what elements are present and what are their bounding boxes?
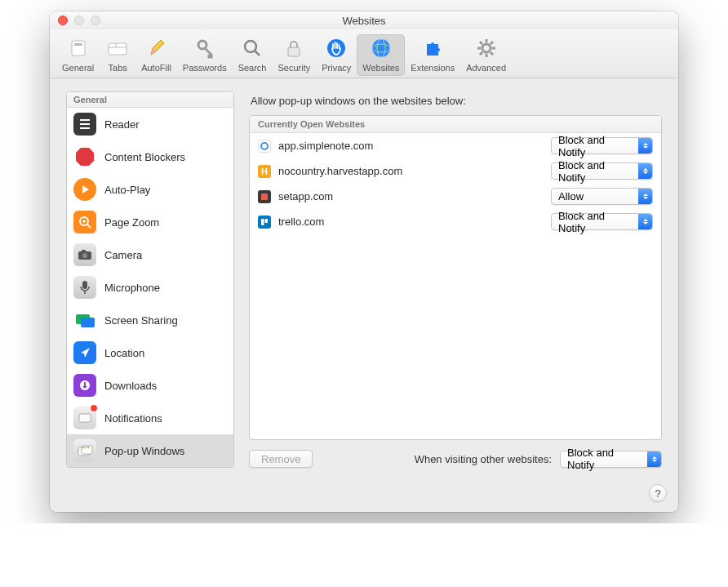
svg-rect-0: [72, 41, 85, 56]
search-icon: [240, 36, 264, 60]
sidebar-item-microphone[interactable]: Microphone: [67, 271, 233, 304]
toolbar-privacy[interactable]: Privacy: [316, 34, 357, 76]
toolbar-label: General: [62, 63, 94, 73]
website-row[interactable]: app.simplenote.com Block and Notify: [250, 133, 661, 158]
svg-point-10: [372, 39, 390, 57]
toolbar-label: Tabs: [109, 63, 127, 73]
svg-marker-38: [81, 348, 90, 358]
toolbar-label: Passwords: [183, 63, 227, 73]
sidebar-item-downloads[interactable]: Downloads: [67, 369, 233, 402]
svg-line-19: [491, 52, 493, 55]
website-domain: app.simplenote.com: [278, 140, 544, 152]
panel-heading: Allow pop-up windows on the websites bel…: [251, 95, 662, 107]
sidebar-item-location[interactable]: Location: [67, 336, 233, 369]
screens-icon: [73, 309, 96, 331]
sidebar-item-label: Notifications: [104, 412, 162, 425]
bottom-bar: Remove When visiting other websites: Blo…: [249, 450, 662, 468]
sidebar-item-reader[interactable]: Reader: [67, 108, 233, 140]
toolbar-label: AutoFill: [141, 63, 171, 73]
camera-icon: [73, 243, 96, 266]
policy-select[interactable]: Block and Notify: [551, 137, 653, 154]
sidebar-item-autoplay[interactable]: Auto-Play: [67, 173, 233, 206]
pencil-icon: [144, 36, 168, 60]
toolbar-passwords[interactable]: Passwords: [177, 34, 233, 76]
sidebar-item-pagezoom[interactable]: Page Zoom: [67, 206, 233, 238]
policy-select[interactable]: Block and Notify: [551, 162, 653, 180]
website-row[interactable]: setapp.com Allow: [250, 184, 661, 209]
microphone-icon: [73, 276, 96, 299]
toolbar-label: Privacy: [322, 63, 351, 73]
sidebar-item-popupwindows[interactable]: Pop-up Windows: [67, 434, 233, 467]
location-icon: [73, 341, 96, 364]
titlebar: Websites: [50, 11, 678, 29]
svg-rect-51: [265, 219, 269, 223]
toolbar-tabs[interactable]: Tabs: [100, 34, 135, 76]
toolbar-autofill[interactable]: AutoFill: [135, 34, 177, 76]
svg-line-21: [491, 42, 493, 44]
toolbar-label: Advanced: [466, 63, 506, 73]
toolbar-security[interactable]: Security: [272, 34, 316, 76]
svg-rect-49: [261, 193, 268, 200]
toolbar-websites[interactable]: Websites: [357, 34, 405, 76]
tabs-icon: [105, 36, 130, 60]
toolbar-general[interactable]: General: [56, 34, 100, 76]
sidebar-item-label: Auto-Play: [104, 184, 150, 196]
svg-point-48: [261, 143, 268, 149]
sidebar-item-label: Page Zoom: [104, 216, 159, 229]
chevron-updown-icon: [638, 138, 652, 153]
sidebar-item-screensharing[interactable]: Screen Sharing: [67, 304, 233, 336]
toolbar-advanced[interactable]: Advanced: [460, 34, 512, 76]
switch-icon: [66, 36, 91, 60]
toolbar-label: Security: [277, 63, 310, 73]
badge-icon: [90, 404, 98, 412]
sidebar-item-camera[interactable]: Camera: [67, 238, 233, 271]
svg-rect-2: [109, 43, 127, 55]
sidebar-item-notifications[interactable]: Notifications: [67, 402, 233, 434]
toolbar-label: Search: [238, 63, 267, 73]
puzzle-icon: [420, 36, 445, 60]
sidebar-item-contentblockers[interactable]: Content Blockers: [67, 140, 233, 173]
website-row[interactable]: H nocountry.harvestapp.com Block and Not…: [250, 158, 661, 184]
sidebar-item-label: Location: [104, 347, 144, 359]
sidebar-item-label: Camera: [104, 249, 142, 261]
reader-icon: [73, 113, 96, 136]
svg-rect-42: [79, 414, 91, 422]
default-policy-select[interactable]: Block and Notify: [560, 451, 662, 468]
content: General Reader Content Blockers Auto-Pla…: [50, 78, 678, 484]
policy-select[interactable]: Allow: [551, 188, 653, 205]
footer-label: When visiting other websites:: [415, 453, 552, 465]
list-header: Currently Open Websites: [250, 116, 661, 133]
svg-rect-50: [261, 219, 264, 225]
toolbar-label: Extensions: [411, 63, 455, 73]
help-button[interactable]: ?: [649, 484, 667, 502]
toolbar-search[interactable]: Search: [233, 34, 273, 76]
toolbar-label: Websites: [362, 63, 399, 73]
key-icon: [193, 36, 217, 60]
favicon-icon: [258, 140, 271, 153]
question-icon: ?: [655, 487, 660, 500]
favicon-icon: [258, 216, 271, 229]
help-area: ?: [50, 484, 678, 512]
sidebar-item-label: Downloads: [104, 380, 157, 392]
svg-point-32: [82, 253, 87, 258]
website-row[interactable]: trello.com Block and Notify: [250, 209, 661, 234]
favicon-icon: [258, 190, 271, 203]
svg-point-46: [85, 447, 87, 448]
svg-point-47: [87, 447, 89, 448]
remove-label: Remove: [261, 453, 300, 465]
svg-line-20: [480, 52, 482, 55]
remove-button[interactable]: Remove: [249, 450, 313, 468]
policy-select[interactable]: Block and Notify: [551, 213, 653, 230]
toolbar-extensions[interactable]: Extensions: [405, 34, 460, 76]
play-icon: [73, 178, 96, 201]
svg-rect-1: [74, 43, 82, 46]
svg-point-6: [245, 41, 256, 52]
chevron-updown-icon: [638, 163, 652, 179]
svg-line-18: [480, 42, 482, 44]
chevron-updown-icon: [638, 189, 652, 204]
svg-rect-33: [82, 250, 86, 252]
toolbar: General Tabs AutoFill Passwords Search: [50, 29, 678, 78]
sidebar-item-label: Content Blockers: [104, 151, 185, 163]
websites-list: Currently Open Websites app.simplenote.c…: [249, 115, 662, 440]
sidebar-item-label: Reader: [104, 118, 140, 131]
